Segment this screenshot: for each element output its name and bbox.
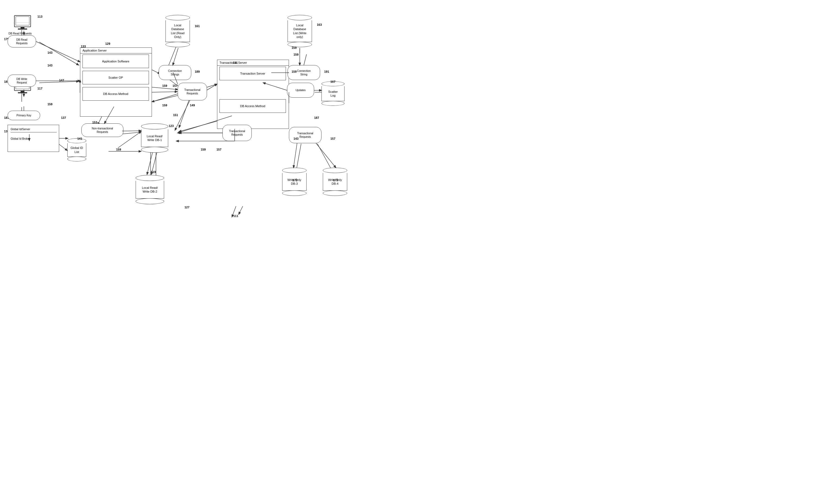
- svg-line-1: [39, 42, 79, 65]
- label-131: 131: [233, 61, 238, 64]
- write-only-db4-cylinder: Write OnlyDB-4: [323, 168, 347, 196]
- global-id-broker-label: Global Id Broker: [11, 137, 30, 140]
- updates-box: Updates: [287, 83, 314, 98]
- label-141-cyl: 141: [77, 137, 82, 140]
- label-167: 167: [330, 80, 335, 83]
- label-159-d2: 159: [201, 148, 206, 151]
- label-123: 123: [169, 124, 174, 127]
- svg-line-26: [239, 206, 243, 214]
- primary-key-box: Primary Key: [8, 111, 40, 120]
- connection-strings-box: ConnectionStrings: [159, 65, 191, 80]
- app-software-box: Application Software: [82, 55, 149, 68]
- transactional-server-outer-box: Transactional Server Transaction Server …: [217, 60, 289, 129]
- label-159-f: 159: [292, 70, 297, 73]
- label-157-a: 157: [173, 84, 177, 87]
- svg-rect-34: [21, 91, 24, 92]
- svg-rect-29: [21, 27, 24, 28]
- label-157-c: 157: [330, 137, 335, 140]
- write-only-db3-cylinder: Write OnlyDB-3: [282, 168, 307, 196]
- label-143-2: 143: [47, 64, 52, 67]
- local-db2-cylinder: Local Read/Write DB-2: [136, 175, 164, 204]
- local-db1-cylinder: Local Read/Write DB-1: [141, 123, 168, 153]
- svg-line-24: [304, 54, 307, 65]
- svg-rect-30: [18, 28, 27, 30]
- label-143-1: 143: [47, 51, 52, 54]
- svg-line-59: [294, 143, 297, 168]
- svg-line-43: [122, 131, 141, 131]
- label-117: 117: [37, 87, 42, 90]
- label-187: 187: [314, 116, 319, 119]
- svg-rect-35: [18, 92, 27, 93]
- label-133: 133: [81, 45, 86, 48]
- scatter-op-box: Scatter OP: [82, 71, 149, 84]
- label-159-g: 159: [294, 53, 298, 56]
- label-129: 129: [105, 42, 110, 45]
- label-127: 127: [184, 206, 189, 209]
- svg-line-45: [152, 95, 178, 102]
- svg-line-44: [152, 92, 177, 92]
- label-143-right: 143: [294, 137, 298, 140]
- monitor-top: [13, 15, 35, 32]
- label-157-b: 157: [216, 148, 221, 151]
- db-access-method-right-box: DB Access Method: [219, 99, 286, 113]
- app-server-title: Application Server: [80, 48, 152, 53]
- connection-arrows: [0, 0, 408, 252]
- db-read-requests-box: DB ReadRequests: [8, 35, 36, 47]
- svg-line-62: [59, 144, 67, 151]
- transactional-requests-far-right-box: TransactionalRequests: [289, 127, 321, 143]
- label-137: 137: [61, 116, 66, 119]
- label-153: 153: [92, 121, 97, 124]
- label-161: 161: [195, 24, 200, 28]
- non-transactional-box: Non-transactionalRequests: [81, 123, 123, 137]
- label-171: 171: [292, 178, 297, 182]
- svg-line-60: [316, 143, 336, 168]
- label-111: 111: [233, 214, 238, 218]
- label-119: 119: [151, 170, 156, 174]
- architecture-diagram: DB Read Requests 113 179 117 181 DB Writ…: [0, 0, 408, 252]
- local-db-list-read-cylinder: LocalDatabaseList (ReadOnly): [165, 15, 190, 47]
- label-159-c: 159: [162, 84, 167, 87]
- svg-rect-28: [16, 17, 29, 25]
- label-191: 191: [324, 70, 329, 73]
- global-id-list-cylinder: Global IDList: [67, 138, 86, 161]
- local-db-list-write-cylinder: LocalDatabaseList (Writeonly): [288, 15, 312, 47]
- label-189: 189: [195, 70, 200, 73]
- svg-line-37: [36, 42, 80, 62]
- monitor-top-label: DB Read Requests: [4, 32, 36, 35]
- app-server-outer-box: Application Server Application Software …: [80, 47, 152, 117]
- svg-line-53: [173, 48, 178, 65]
- db-access-method-left-box: DB Access Method: [82, 87, 149, 101]
- label-149: 149: [190, 104, 195, 107]
- label-159-d1: 159: [162, 104, 167, 107]
- label-147: 147: [59, 79, 64, 82]
- svg-line-12: [179, 98, 190, 127]
- scatter-log-cylinder: ScatterLog: [321, 81, 345, 106]
- monitor-top-icon: [13, 15, 35, 31]
- db-write-request-box: DB WriteRequest: [8, 75, 36, 87]
- global-id-box: Global Id/Server Global Id Broker: [8, 125, 59, 152]
- transactional-server-title: Transactional Server: [217, 60, 289, 66]
- extra-arrows: [0, 0, 408, 252]
- transactional-requests-right-box: TransactionalRequests: [222, 125, 252, 141]
- label-163: 163: [317, 23, 322, 26]
- label-173: 173: [333, 178, 338, 182]
- transaction-server-box: Transaction Server: [219, 67, 286, 80]
- label-113: 113: [37, 15, 42, 18]
- label-159-b: 159: [116, 148, 121, 151]
- svg-line-47: [207, 84, 217, 90]
- transactional-requests-mid-box: TransactionalRequests: [178, 83, 207, 100]
- label-151: 151: [173, 113, 178, 117]
- label-159-e: 159: [292, 46, 297, 49]
- global-id-server-label: Global Id/Server: [11, 128, 57, 132]
- label-159-a: 159: [47, 103, 52, 106]
- svg-line-23: [148, 94, 179, 103]
